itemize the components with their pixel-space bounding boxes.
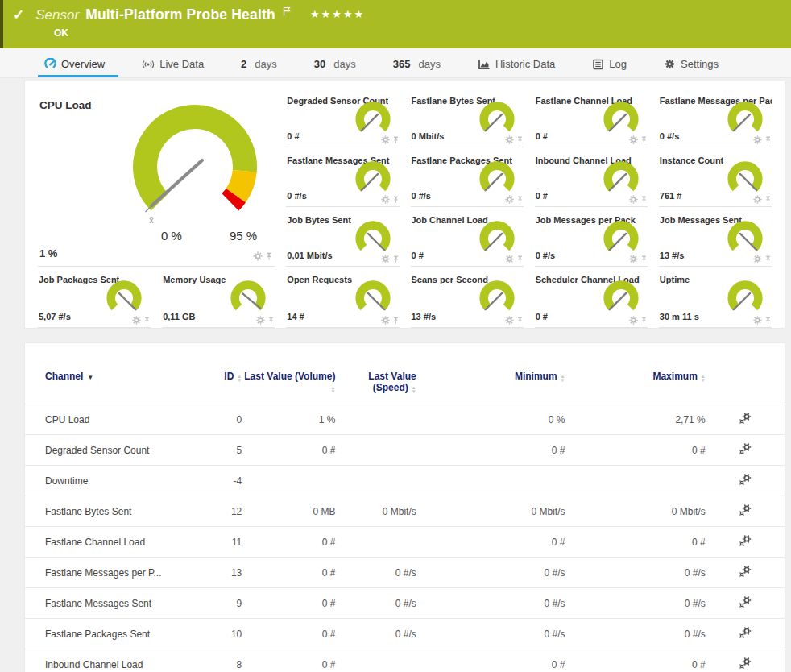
gauge-dial[interactable] xyxy=(225,279,271,317)
pin-icon[interactable] xyxy=(764,255,772,263)
gear-icon[interactable] xyxy=(505,316,514,325)
channel-settings-gears-icon[interactable] xyxy=(739,442,752,455)
pin-icon[interactable] xyxy=(640,196,648,204)
gear-icon[interactable] xyxy=(505,255,514,263)
gauge-dial[interactable] xyxy=(722,219,768,258)
column-header-last-volume[interactable]: Last Value (Volume)▲▼ xyxy=(242,343,335,404)
gear-icon[interactable] xyxy=(505,135,514,144)
gauge-value: 0 #/s xyxy=(412,191,431,201)
pin-icon[interactable] xyxy=(516,136,524,144)
pin-icon[interactable] xyxy=(764,136,772,144)
channel-last-volume: 0 MB xyxy=(242,496,335,527)
gauge-value: 0 Mbit/s xyxy=(412,131,445,141)
column-header-minimum[interactable]: Minimum▲▼ xyxy=(416,343,565,404)
gauge-dial[interactable] xyxy=(474,160,520,198)
tab-historic-data[interactable]: Historic Data xyxy=(459,58,574,77)
gauge-dial[interactable] xyxy=(350,100,396,139)
gear-icon[interactable] xyxy=(629,195,638,204)
channel-row: CPU Load 0 1 % 0 % 2,71 % xyxy=(25,404,785,435)
gear-icon[interactable] xyxy=(381,255,390,263)
gauge-dial[interactable] xyxy=(598,160,644,198)
tab-log[interactable]: Log xyxy=(574,58,645,77)
gauge-dial[interactable] xyxy=(474,219,520,258)
column-header-id[interactable]: ID▲▼ xyxy=(195,343,242,404)
gauge-title: CPU Load xyxy=(39,99,92,111)
channel-settings-gears-icon[interactable] xyxy=(739,626,752,639)
tab-365-days[interactable]: 365days xyxy=(375,58,459,77)
gear-icon[interactable] xyxy=(132,316,141,325)
gear-icon[interactable] xyxy=(381,316,390,325)
gear-icon[interactable] xyxy=(629,255,638,263)
gauge-dial[interactable] xyxy=(474,100,520,139)
channel-last-speed xyxy=(335,435,416,466)
channel-last-speed xyxy=(335,404,416,435)
tab-2-days[interactable]: 2days xyxy=(222,58,296,77)
pin-icon[interactable] xyxy=(143,317,151,325)
gauge-value: 5,07 #/s xyxy=(39,312,71,321)
tab-overview[interactable]: Overview xyxy=(44,58,123,77)
channel-last-speed xyxy=(335,649,416,672)
gauge-dial[interactable] xyxy=(722,279,768,317)
gauge-dial[interactable] xyxy=(722,100,768,139)
channel-last-volume: 0 # xyxy=(242,527,335,558)
channel-settings-gears-icon[interactable] xyxy=(739,504,752,516)
priority-stars[interactable]: ★★★★★ xyxy=(310,8,365,20)
sort-icon: ▲▼ xyxy=(237,375,242,383)
channel-minimum xyxy=(416,466,565,496)
pin-icon[interactable] xyxy=(392,196,400,204)
gear-icon[interactable] xyxy=(753,316,762,325)
gear-icon[interactable] xyxy=(753,255,762,263)
gauge-dial[interactable] xyxy=(474,279,520,317)
column-header-channel[interactable]: Channel▼ xyxy=(25,343,195,404)
channel-settings-gears-icon[interactable] xyxy=(739,595,752,608)
tab-settings[interactable]: Settings xyxy=(645,58,737,77)
gear-icon[interactable] xyxy=(256,316,265,325)
pin-icon[interactable] xyxy=(265,252,273,261)
gauge-cell: Scans per Second 13 #/s xyxy=(411,267,524,328)
pin-icon[interactable] xyxy=(392,255,400,263)
channel-settings-gears-icon[interactable] xyxy=(739,565,752,578)
pin-icon[interactable] xyxy=(640,317,648,325)
gear-icon[interactable] xyxy=(253,251,263,261)
channel-settings-gears-icon[interactable] xyxy=(739,534,752,547)
gear-icon[interactable] xyxy=(381,135,390,144)
gauge-dial[interactable] xyxy=(350,279,396,317)
gauge-value: 1 % xyxy=(39,247,57,259)
gear-icon[interactable] xyxy=(629,135,638,144)
gear-icon[interactable] xyxy=(629,316,638,325)
tab-label: Historic Data xyxy=(495,58,555,70)
pin-icon[interactable] xyxy=(516,255,524,263)
channel-name: Fastlane Messages Sent xyxy=(25,588,195,619)
cpu-load-gauge-dial[interactable]: x̄ 0 % 95 % xyxy=(106,94,284,246)
gauge-dial[interactable] xyxy=(598,219,644,258)
gear-icon[interactable] xyxy=(381,195,390,204)
pin-icon[interactable] xyxy=(640,255,648,263)
channel-name: Fastlane Channel Load xyxy=(25,527,195,558)
flag-icon[interactable] xyxy=(283,5,291,19)
pin-icon[interactable] xyxy=(392,317,400,325)
gauge-dial[interactable] xyxy=(722,160,768,198)
tab-live-data[interactable]: Live Data xyxy=(123,58,222,77)
gear-icon[interactable] xyxy=(753,195,762,204)
pin-icon[interactable] xyxy=(764,317,772,325)
pin-icon[interactable] xyxy=(516,196,524,204)
gauge-dial[interactable] xyxy=(350,219,396,258)
tab-30-days[interactable]: 30days xyxy=(296,58,375,77)
column-header-last-speed[interactable]: Last Value (Speed)▲▼ xyxy=(335,343,416,404)
gauge-dial[interactable] xyxy=(350,160,396,198)
gauge-dial[interactable] xyxy=(598,279,644,317)
gauge-dial[interactable] xyxy=(598,100,644,139)
pin-icon[interactable] xyxy=(267,317,275,325)
pin-icon[interactable] xyxy=(516,317,524,325)
gauge-dial[interactable] xyxy=(101,279,147,317)
gear-icon[interactable] xyxy=(753,135,762,144)
column-header-maximum[interactable]: Maximum▲▼ xyxy=(565,343,706,404)
pin-icon[interactable] xyxy=(640,136,648,144)
historic-chart-icon xyxy=(478,58,491,70)
pin-icon[interactable] xyxy=(764,196,772,204)
pin-icon[interactable] xyxy=(392,136,400,144)
channel-settings-gears-icon[interactable] xyxy=(739,657,752,670)
channel-settings-gears-icon[interactable] xyxy=(739,473,752,486)
channel-settings-gears-icon[interactable] xyxy=(739,412,752,425)
gear-icon[interactable] xyxy=(505,195,514,204)
